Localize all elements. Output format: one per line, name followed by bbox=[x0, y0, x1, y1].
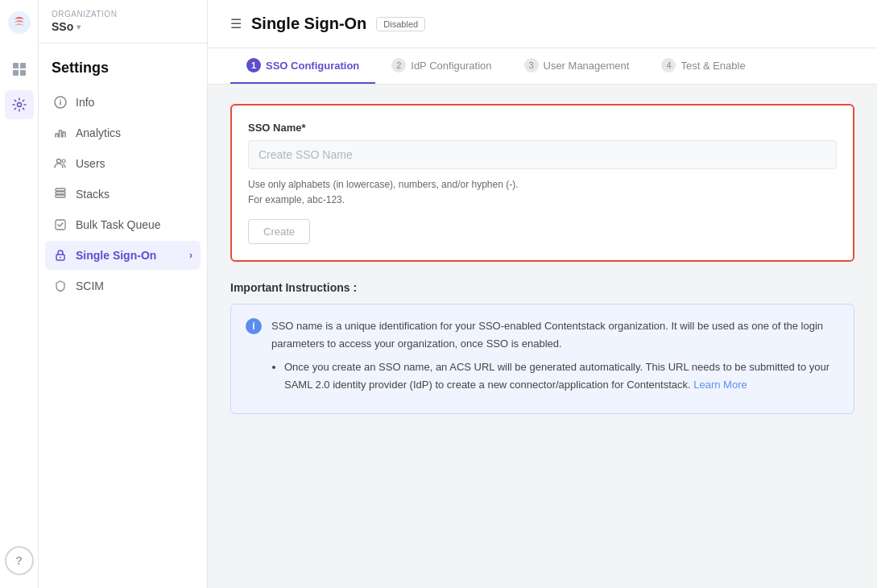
tab-bar: 1 SSO Configuration 2 IdP Configuration … bbox=[208, 48, 877, 85]
users-icon bbox=[53, 156, 68, 171]
info-circle-icon: i bbox=[246, 318, 262, 334]
sidebar-item-analytics[interactable]: Analytics bbox=[45, 118, 201, 147]
tab-num-4: 4 bbox=[661, 58, 676, 72]
sidebar-item-bulk-task-queue[interactable]: Bulk Task Queue bbox=[45, 210, 201, 239]
tab-test-enable-label: Test & Enable bbox=[681, 60, 745, 72]
tab-num-1: 1 bbox=[246, 58, 261, 72]
svg-point-10 bbox=[62, 159, 65, 163]
org-chevron-icon: ▾ bbox=[77, 23, 81, 31]
svg-rect-12 bbox=[56, 192, 65, 194]
instructions-title: Important Instructions : bbox=[230, 281, 854, 294]
page-header: ☰ Single Sign-On Disabled bbox=[208, 0, 877, 48]
svg-point-0 bbox=[8, 11, 31, 34]
svg-rect-11 bbox=[56, 195, 65, 197]
instructions-card: i SSO name is a unique identification fo… bbox=[230, 304, 854, 413]
rail-grid-icon[interactable] bbox=[5, 55, 34, 84]
info-icon bbox=[53, 95, 68, 110]
sidebar-item-sso-label: Single Sign-On bbox=[76, 249, 156, 262]
svg-point-8 bbox=[60, 99, 61, 101]
sidebar-item-users-label: Users bbox=[76, 157, 105, 170]
hamburger-icon[interactable]: ☰ bbox=[230, 16, 242, 31]
tab-idp-config-label: IdP Configuration bbox=[411, 60, 491, 72]
icon-rail: ? bbox=[0, 0, 39, 588]
tab-user-management[interactable]: 3 User Management bbox=[508, 48, 646, 84]
instruction-item: Once you create an SSO name, an ACS URL … bbox=[284, 358, 839, 394]
sidebar-item-scim-label: SCIM bbox=[76, 280, 104, 292]
page-title: Single Sign-On bbox=[251, 14, 366, 33]
main-content: ☰ Single Sign-On Disabled 1 SSO Configur… bbox=[208, 0, 877, 588]
analytics-icon bbox=[53, 126, 68, 140]
help-button[interactable]: ? bbox=[5, 546, 34, 575]
status-badge: Disabled bbox=[376, 17, 425, 31]
content-area: SSO Name* Use only alphabets (in lowerca… bbox=[208, 85, 877, 588]
svg-point-16 bbox=[60, 257, 61, 259]
svg-point-5 bbox=[17, 103, 21, 107]
sso-name-input[interactable] bbox=[248, 140, 837, 169]
tab-sso-config-label: SSO Configuration bbox=[266, 60, 359, 72]
svg-rect-13 bbox=[56, 188, 65, 191]
question-icon: ? bbox=[15, 554, 23, 567]
sidebar-title: Settings bbox=[39, 43, 207, 85]
sso-name-label: SSO Name* bbox=[248, 122, 837, 134]
sidebar-item-users[interactable]: Users bbox=[45, 149, 201, 178]
svg-point-9 bbox=[57, 159, 61, 164]
org-label: Organization bbox=[52, 10, 194, 19]
sidebar-item-stacks-label: Stacks bbox=[76, 188, 110, 201]
sidebar-item-scim[interactable]: SCIM bbox=[45, 271, 201, 300]
sidebar-nav: Info Analytics Users bbox=[39, 85, 207, 588]
svg-rect-2 bbox=[20, 63, 26, 68]
tab-num-3: 3 bbox=[524, 58, 539, 72]
sso-form-card: SSO Name* Use only alphabets (in lowerca… bbox=[230, 104, 854, 262]
sidebar-item-info[interactable]: Info bbox=[45, 88, 201, 117]
create-button[interactable]: Create bbox=[248, 219, 310, 244]
sidebar-item-stacks[interactable]: Stacks bbox=[45, 180, 201, 209]
tab-sso-configuration[interactable]: 1 SSO Configuration bbox=[230, 48, 375, 84]
stacks-icon bbox=[53, 187, 68, 201]
app-logo[interactable] bbox=[6, 10, 32, 35]
sidebar-item-single-sign-on[interactable]: Single Sign-On › bbox=[45, 241, 201, 270]
tab-test-enable[interactable]: 4 Test & Enable bbox=[645, 48, 761, 84]
tab-user-mgmt-label: User Management bbox=[544, 60, 630, 72]
tab-num-2: 2 bbox=[391, 58, 406, 72]
learn-more-link[interactable]: Learn More bbox=[693, 379, 747, 391]
org-header: Organization SSo ▾ bbox=[39, 0, 207, 43]
bulk-icon bbox=[53, 217, 68, 232]
org-name[interactable]: SSo ▾ bbox=[52, 20, 194, 33]
svg-rect-4 bbox=[20, 70, 26, 76]
shield-icon bbox=[53, 279, 68, 293]
sidebar: Organization SSo ▾ Settings Info bbox=[39, 0, 208, 588]
instructions-section: Important Instructions : i SSO name is a… bbox=[230, 281, 854, 413]
instructions-list: SSO name is a unique identification for … bbox=[271, 317, 839, 400]
sidebar-item-bulk-label: Bulk Task Queue bbox=[76, 218, 161, 231]
hint-text: Use only alphabets (in lowercase), numbe… bbox=[248, 177, 837, 208]
sidebar-item-info-label: Info bbox=[76, 96, 94, 109]
rail-settings-icon[interactable] bbox=[5, 90, 34, 119]
sso-chevron-icon: › bbox=[189, 250, 192, 261]
sidebar-item-analytics-label: Analytics bbox=[76, 126, 121, 139]
svg-rect-1 bbox=[13, 63, 19, 68]
lock-icon bbox=[53, 248, 68, 263]
svg-rect-3 bbox=[13, 70, 19, 76]
tab-idp-configuration[interactable]: 2 IdP Configuration bbox=[375, 48, 507, 84]
